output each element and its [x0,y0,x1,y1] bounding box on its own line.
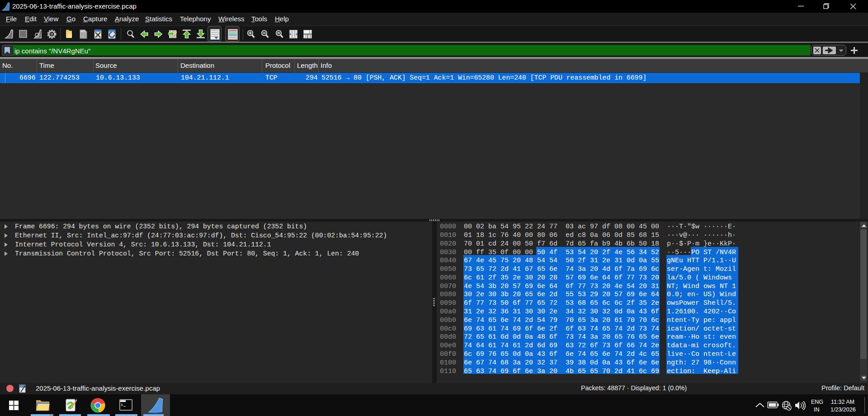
svg-text:3: 3 [309,34,311,38]
svg-text:1: 1 [309,30,311,34]
svg-text:2: 2 [305,34,307,38]
